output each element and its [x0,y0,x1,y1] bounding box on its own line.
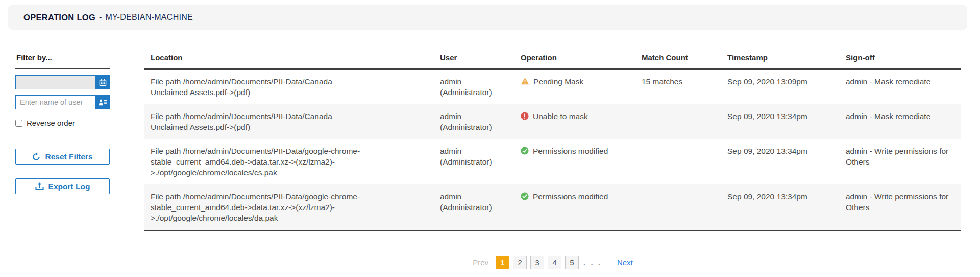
cell-user: admin (Administrator) [440,76,510,98]
export-upload-icon [35,182,44,190]
export-log-label: Export Log [48,182,90,191]
cell-location: File path /home/admin/Documents/PII-Data… [151,146,369,178]
date-picker-button[interactable] [95,75,110,89]
date-filter-group [15,75,110,89]
filter-sidebar: Filter by... Reverse order [15,49,110,194]
cell-match-count [642,191,722,223]
page-button-2[interactable]: 2 [513,256,527,269]
calendar-icon [99,79,107,86]
reset-filters-label: Reset Filters [45,152,92,161]
operation-label: Permissions modified [533,191,608,202]
date-filter-input[interactable] [15,75,95,89]
cell-user: admin (Administrator) [440,111,510,132]
column-header-operation: Operation [521,53,636,62]
cell-location: File path /home/admin/Documents/PII-Data… [151,191,369,223]
cell-sign-off: admin - Write permissions for Others [846,191,954,223]
table-row: File path /home/admin/Documents/PII-Data… [144,104,961,139]
column-header-timestamp: Timestamp [727,53,841,62]
user-list-icon [99,99,107,106]
table-body: File path /home/admin/Documents/PII-Data… [144,70,961,231]
operation-label: Permissions modified [533,146,608,156]
table-row: File path /home/admin/Documents/PII-Data… [144,139,961,184]
user-filter-group [15,95,110,109]
table-header-row: Location User Operation Match Count Time… [144,49,961,70]
title-separator: - [99,13,102,22]
operation-log-page: OPERATION LOG - MY-DEBIAN-MACHINE Filter… [0,0,980,277]
cell-sign-off: admin - Mask remediate [846,111,954,132]
column-header-location: Location [151,53,369,62]
page-button-1[interactable]: 1 [496,256,509,269]
page-button-4[interactable]: 4 [548,256,561,269]
table-row: File path /home/admin/Documents/PII-Data… [144,184,961,230]
table-row: File path /home/admin/Documents/PII-Data… [144,70,961,104]
page-button-3[interactable]: 3 [530,256,544,269]
reverse-order-checkbox[interactable] [15,120,22,127]
warning-icon [521,77,529,85]
column-header-match-count: Match Count [642,53,722,62]
page-header: OPERATION LOG - MY-DEBIAN-MACHINE [8,5,967,30]
page-button-5[interactable]: 5 [565,256,579,269]
column-header-sign-off: Sign-off [846,53,954,62]
machine-name: MY-DEBIAN-MACHINE [105,13,193,22]
log-table-section: Location User Operation Match Count Time… [144,49,961,269]
operation-label: Unable to mask [533,111,588,122]
refresh-icon [32,153,40,161]
reverse-order-label: Reverse order [27,119,75,127]
reset-filters-button[interactable]: Reset Filters [15,149,110,165]
cell-match-count [642,146,722,178]
filter-heading: Filter by... [15,49,110,69]
pagination-ellipsis: . . . [583,258,602,267]
cell-operation: Pending Mask [521,76,636,98]
cell-match-count [642,111,722,132]
pagination: Prev 12345 . . . Next [144,256,961,269]
cell-match-count: 15 matches [642,76,722,98]
reverse-order-option[interactable]: Reverse order [15,119,110,127]
cell-user: admin (Administrator) [440,191,510,223]
success-icon [521,192,529,200]
user-filter-input[interactable] [15,95,95,109]
cell-location: File path /home/admin/Documents/PII-Data… [151,111,369,132]
cell-sign-off: admin - Mask remediate [846,76,954,98]
error-icon [521,112,529,120]
operation-label: Pending Mask [533,76,583,87]
cell-timestamp: Sep 09, 2020 13:09pm [727,76,841,98]
cell-user: admin (Administrator) [440,146,510,178]
cell-location: File path /home/admin/Documents/PII-Data… [151,76,369,98]
user-picker-button[interactable] [95,95,110,109]
cell-operation: Unable to mask [521,111,636,132]
cell-timestamp: Sep 09, 2020 13:34pm [727,111,841,132]
prev-button[interactable]: Prev [473,258,488,267]
success-icon [521,147,529,155]
page-title: OPERATION LOG [23,13,95,22]
cell-timestamp: Sep 09, 2020 13:34pm [727,146,841,178]
cell-operation: Permissions modified [521,191,636,223]
cell-timestamp: Sep 09, 2020 13:34pm [727,191,841,223]
cell-sign-off: admin - Write permissions for Others [846,146,954,178]
cell-operation: Permissions modified [521,146,636,178]
export-log-button[interactable]: Export Log [15,178,110,194]
column-header-user: User [440,53,510,62]
next-button[interactable]: Next [617,258,633,267]
pagination-pages: 12345 [496,256,579,269]
